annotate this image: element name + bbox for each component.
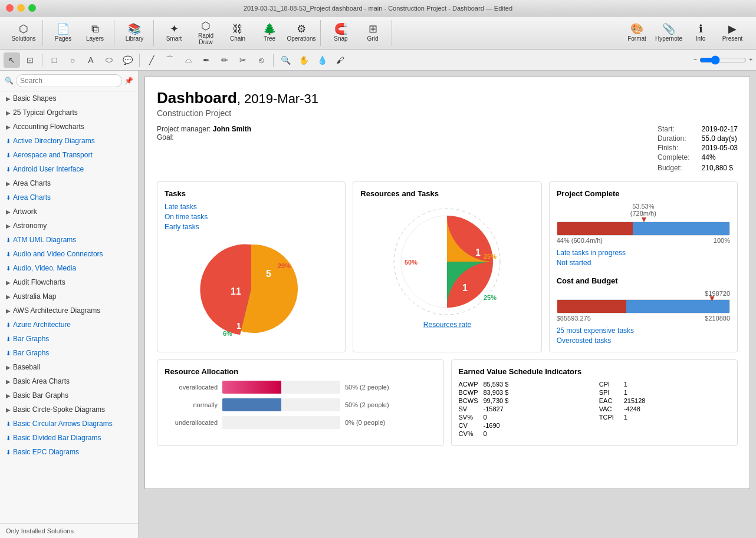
- sidebar-item[interactable]: ▶ Basic Shapes: [0, 91, 138, 105]
- sidebar-item[interactable]: ⬇ Basic EPC Diagrams: [0, 445, 138, 459]
- sidebar-item[interactable]: ⬇ Basic Circular Arrows Diagrams: [0, 417, 138, 431]
- ev-left-row: BCWP83,903 $: [459, 389, 590, 396]
- dashboard-header: Dashboard, 2019-Mar-31 Construction Proj…: [157, 89, 738, 118]
- sidebar-item[interactable]: ▶ 25 Typical Orgcharts: [0, 105, 138, 120]
- edit-tool[interactable]: ✂: [235, 52, 251, 68]
- not-started-link[interactable]: Not started: [557, 259, 730, 267]
- late-tasks-progress-link[interactable]: Late tasks in progress: [557, 249, 730, 257]
- sidebar-item[interactable]: ▶ Baseball: [0, 360, 138, 374]
- chain-button[interactable]: ⛓ Chain: [222, 20, 253, 46]
- resources-panel-title: Resources and Tasks: [360, 189, 534, 198]
- sidebar-item[interactable]: ▶ Basic Circle-Spoke Diagrams: [0, 402, 138, 417]
- present-button[interactable]: ▶ Present: [717, 20, 748, 46]
- zoom-range-input[interactable]: [699, 55, 747, 65]
- sidebar-item[interactable]: ▶ Basic Area Charts: [0, 374, 138, 388]
- ev-key: VAC: [599, 405, 620, 412]
- maximize-button[interactable]: [28, 4, 36, 12]
- select-tool[interactable]: ↖: [4, 52, 20, 68]
- ev-key: BCWP: [459, 389, 480, 396]
- sidebar-item[interactable]: ▶ AWS Architecture Diagrams: [0, 303, 138, 318]
- curve-tool[interactable]: ⌒: [162, 52, 178, 68]
- res-label-2: 2: [440, 240, 446, 252]
- line-tool[interactable]: ╱: [143, 52, 160, 68]
- project-complete-panel: Project Complete 53.53%(728m/h) ▼ 44% (6…: [549, 181, 738, 352]
- snap-button[interactable]: 🧲 Snap: [326, 20, 356, 46]
- text-select-tool[interactable]: ⊡: [22, 52, 38, 68]
- grid-button[interactable]: ⊞ Grid: [357, 20, 388, 46]
- late-tasks-link[interactable]: Late tasks: [165, 203, 338, 211]
- library-icon: 📚: [128, 24, 141, 34]
- download-icon: ⬇: [6, 350, 11, 357]
- search-input[interactable]: [16, 74, 122, 87]
- sidebar-item[interactable]: ▶ Accounting Flowcharts: [0, 120, 138, 134]
- format-button[interactable]: 🎨 Format: [622, 20, 652, 46]
- search-canvas-button[interactable]: 🔍: [277, 52, 294, 68]
- rapid-draw-button[interactable]: ⬡ Rapid Draw: [190, 20, 221, 46]
- freeform-tool[interactable]: ✏: [216, 52, 233, 68]
- sidebar-item[interactable]: ⬇ Bar Graphs: [0, 332, 138, 346]
- sidebar-item[interactable]: ⬇ Bar Graphs: [0, 346, 138, 360]
- rect-tool[interactable]: □: [46, 52, 63, 68]
- sidebar-item[interactable]: ⬇ Audio, Video, Media: [0, 261, 138, 275]
- dropper-tool[interactable]: 💧: [314, 52, 330, 68]
- dashboard-date: , 2019-Mar-31: [237, 91, 318, 106]
- app-layout: 🔍 📌 ▶ Basic Shapes▶ 25 Typical Orgcharts…: [0, 71, 756, 538]
- sidebar-item[interactable]: ⬇ ATM UML Diagrams: [0, 233, 138, 247]
- operations-button[interactable]: ⚙ Operations: [286, 20, 317, 46]
- on-time-tasks-link[interactable]: On time tasks: [165, 213, 338, 221]
- arc-tool[interactable]: ⌓: [180, 52, 196, 68]
- minimize-button[interactable]: [17, 4, 25, 12]
- sidebar-item[interactable]: ⬇ Audio and Video Connectors: [0, 247, 138, 261]
- sidebar-item[interactable]: ▶ Artwork: [0, 204, 138, 219]
- solutions-button[interactable]: ⬡ Solutions: [8, 20, 39, 46]
- action-tool[interactable]: ⎋: [253, 52, 269, 68]
- ev-right-row: TCPI1: [599, 414, 730, 421]
- sidebar-item[interactable]: ▶ Area Charts: [0, 176, 138, 190]
- sidebar-item[interactable]: ⬇ Basic Divided Bar Diagrams: [0, 431, 138, 445]
- layers-icon: ⧉: [91, 24, 99, 34]
- resource-allocation-title: Resource Allocation: [165, 367, 436, 376]
- zoom-out-icon: −: [693, 57, 697, 63]
- ellipse-tool[interactable]: ○: [64, 52, 81, 68]
- overcosted-link[interactable]: Overcosted tasks: [557, 336, 730, 345]
- info-button[interactable]: ℹ Info: [685, 20, 716, 46]
- progress-triangle-icon: ▼: [640, 214, 648, 224]
- tree-button[interactable]: 🌲 Tree: [254, 20, 285, 46]
- arrow-icon: ▶: [6, 364, 11, 371]
- sidebar-item[interactable]: ▶ Basic Bar Graphs: [0, 388, 138, 402]
- arrow-icon: ▶: [6, 392, 11, 399]
- sidebar-item[interactable]: ⬇ Android User Interface: [0, 162, 138, 176]
- sidebar-item[interactable]: ⬇ Active Directory Diagrams: [0, 134, 138, 148]
- canvas-area[interactable]: Dashboard, 2019-Mar-31 Construction Proj…: [139, 71, 756, 538]
- search-icon: 🔍: [5, 77, 14, 85]
- sidebar-item[interactable]: ⬇ Azure Architecture: [0, 318, 138, 332]
- sidebar-item[interactable]: ▶ Astronomy: [0, 219, 138, 233]
- comment-tool[interactable]: 💬: [119, 52, 136, 68]
- resource-row: underallocated 0% (0 people): [165, 416, 436, 429]
- cost-marker-label: $198720: [557, 290, 730, 297]
- download-icon: ⬇: [6, 435, 11, 441]
- sidebar-item[interactable]: ⬇ Aerospace and Transport: [0, 148, 138, 162]
- close-button[interactable]: [6, 4, 14, 12]
- meta-right: Start: 2019-02-17 Duration: 55.0 day(s) …: [658, 125, 738, 172]
- cost-left: $85593.275: [557, 315, 591, 322]
- text-tool[interactable]: A: [83, 52, 99, 68]
- most-expensive-link[interactable]: 25 most expensive tasks: [557, 326, 730, 335]
- sidebar-item[interactable]: ▶ Australia Map: [0, 289, 138, 303]
- hypernote-button[interactable]: 📎 Hypernote: [653, 20, 684, 46]
- progress-labels: 44% (600.4m/h) 100%: [557, 237, 730, 244]
- ev-val: 85,593 $: [484, 381, 509, 388]
- dashboard-grid-bottom: Resource Allocation overallocated 50% (2…: [157, 359, 738, 446]
- eyedrop-tool[interactable]: 🖌: [332, 52, 349, 68]
- sidebar-item[interactable]: ⬇ Area Charts: [0, 190, 138, 204]
- pages-button[interactable]: 📄 Pages: [48, 20, 78, 46]
- library-button[interactable]: 📚 Library: [119, 20, 150, 46]
- callout-tool[interactable]: ⬭: [101, 52, 117, 68]
- resources-rate-link[interactable]: Resources rate: [423, 321, 471, 329]
- early-tasks-link[interactable]: Early tasks: [165, 223, 338, 231]
- pen-tool[interactable]: ✒: [198, 52, 215, 68]
- layers-button[interactable]: ⧉ Layers: [80, 20, 110, 46]
- sidebar-item[interactable]: ▶ Audit Flowcharts: [0, 275, 138, 289]
- smart-button[interactable]: ✦ Smart: [159, 20, 189, 46]
- pan-tool[interactable]: ✋: [295, 52, 312, 68]
